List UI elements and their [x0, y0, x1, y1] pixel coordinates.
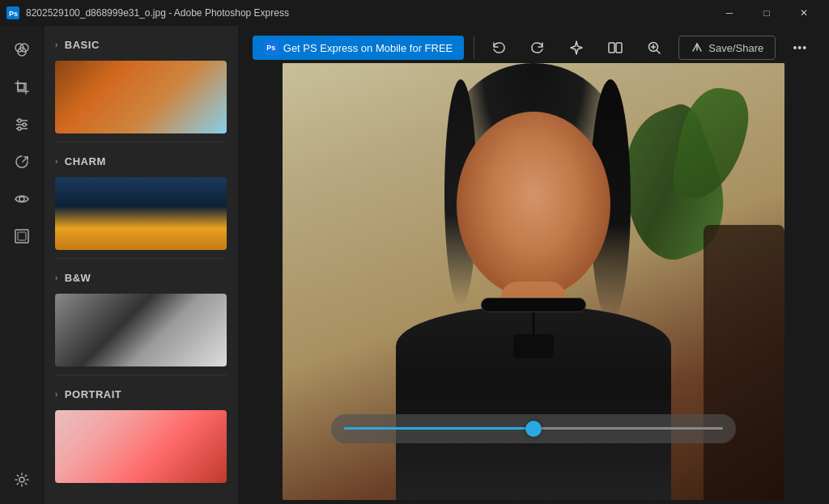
icon-sidebar	[0, 26, 44, 504]
window-title: 8202529100_d868999e31_o.jpg - Adobe Phot…	[26, 7, 289, 19]
ps-promo-icon: Ps	[264, 40, 278, 55]
window-controls: ─ □ ✕	[711, 0, 823, 26]
titlebar: Ps 8202529100_d868999e31_o.jpg - Adobe P…	[0, 0, 829, 26]
sidebar-bottom	[6, 464, 38, 496]
divider-3	[55, 375, 227, 375]
more-options-button[interactable]: •••	[785, 33, 814, 62]
bw-section-header[interactable]: › B&W	[44, 267, 238, 289]
filter-section-basic: › BASIC	[44, 34, 238, 142]
app-body: › BASIC › CHARM › B&W	[0, 26, 829, 504]
bw-label: B&W	[65, 272, 91, 284]
filter-panel: › BASIC › CHARM › B&W	[44, 26, 238, 504]
canvas-area: Ps Get PS Express on Mobile for FREE	[238, 26, 829, 504]
charm-thumbnail-row	[44, 172, 238, 258]
svg-point-9	[18, 119, 21, 122]
svg-line-12	[23, 157, 28, 162]
divider-1	[55, 142, 227, 142]
filter-section-charm: › CHARM	[44, 150, 238, 259]
svg-line-20	[657, 51, 661, 54]
settings-button[interactable]	[6, 464, 38, 496]
portrait-thumbnail[interactable]	[55, 410, 227, 483]
filter-section-bw: › B&W	[44, 267, 238, 375]
crop-button[interactable]	[6, 71, 38, 104]
svg-rect-14	[15, 230, 28, 243]
slider-thumb[interactable]	[525, 421, 542, 437]
svg-rect-15	[18, 232, 26, 240]
svg-rect-18	[616, 43, 622, 53]
charm-label: CHARM	[65, 155, 106, 167]
adjustments-button[interactable]	[6, 108, 38, 141]
save-share-button[interactable]: Save/Share	[678, 36, 776, 60]
basic-thumbnail[interactable]	[55, 61, 227, 133]
basic-label: BASIC	[65, 39, 100, 51]
filter-intensity-track[interactable]	[344, 427, 723, 430]
app-icon: Ps	[6, 6, 19, 19]
more-icon: •••	[793, 41, 807, 54]
svg-point-11	[18, 127, 21, 130]
divider-2	[55, 258, 227, 259]
portrait-chevron-icon: ›	[55, 390, 58, 399]
svg-point-16	[19, 477, 24, 482]
close-button[interactable]: ✕	[785, 0, 823, 26]
svg-rect-17	[609, 43, 614, 53]
svg-rect-5	[18, 83, 24, 90]
maximize-button[interactable]: □	[748, 0, 785, 26]
basic-section-header[interactable]: › BASIC	[44, 34, 238, 56]
portrait-label: PORTRAIT	[65, 388, 121, 400]
top-toolbar: Ps Get PS Express on Mobile for FREE	[238, 26, 829, 70]
bw-thumbnail-row	[44, 289, 238, 375]
charm-section-header[interactable]: › CHARM	[44, 150, 238, 172]
svg-point-13	[19, 197, 24, 201]
zoom-button[interactable]	[640, 33, 669, 62]
layers-button[interactable]	[6, 34, 38, 66]
bw-thumbnail[interactable]	[55, 294, 227, 366]
titlebar-left: Ps 8202529100_d868999e31_o.jpg - Adobe P…	[6, 6, 289, 19]
toolbar-divider-1	[474, 36, 474, 59]
minimize-button[interactable]: ─	[711, 0, 748, 26]
charm-thumbnail[interactable]	[55, 177, 227, 250]
bw-chevron-icon: ›	[55, 273, 58, 282]
eye-button[interactable]	[6, 183, 38, 215]
slider-fill	[344, 427, 534, 430]
promo-button[interactable]: Ps Get PS Express on Mobile for FREE	[253, 36, 465, 60]
photo-container	[283, 63, 784, 500]
basic-thumbnail-row	[44, 56, 238, 142]
portrait-section-header[interactable]: › PORTRAIT	[44, 383, 238, 405]
save-share-label: Save/Share	[708, 42, 763, 54]
promo-label: Get PS Express on Mobile for FREE	[283, 42, 453, 54]
svg-point-10	[23, 123, 26, 126]
healing-button[interactable]	[6, 146, 38, 178]
undo-button[interactable]	[484, 33, 513, 62]
compare-button[interactable]	[601, 33, 630, 62]
sparkle-button[interactable]	[562, 33, 591, 62]
charm-chevron-icon: ›	[55, 157, 58, 166]
portrait-thumbnail-row	[44, 405, 238, 491]
photo-image	[283, 63, 784, 500]
basic-chevron-icon: ›	[55, 40, 58, 49]
filter-section-portrait: › PORTRAIT	[44, 383, 238, 491]
frames-button[interactable]	[6, 220, 38, 252]
svg-text:Ps: Ps	[9, 10, 18, 18]
redo-button[interactable]	[523, 33, 552, 62]
slider-overlay	[331, 414, 736, 443]
